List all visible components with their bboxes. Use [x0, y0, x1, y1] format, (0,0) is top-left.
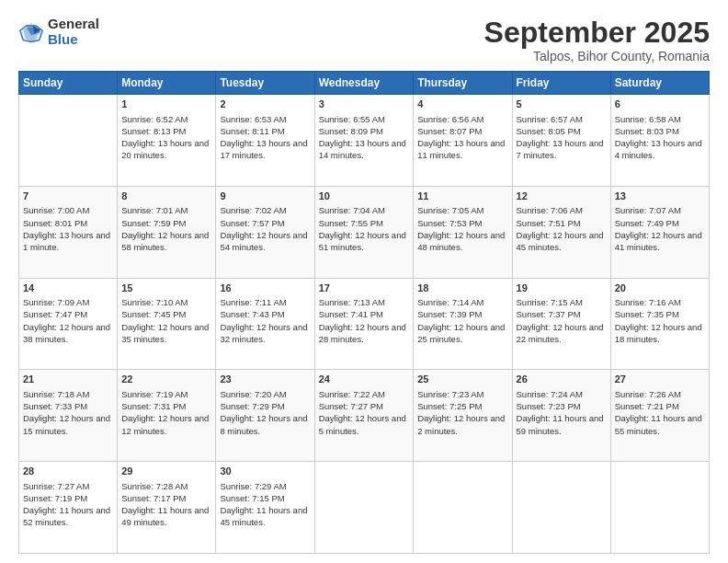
daylight-text: Daylight: 12 hours and 22 minutes.: [517, 321, 607, 346]
table-row: [512, 462, 610, 554]
sunrise-text: Sunrise: 7:09 AM: [23, 296, 113, 308]
day-number: 29: [121, 465, 211, 478]
sunset-text: Sunset: 7:35 PM: [615, 308, 705, 320]
sunset-text: Sunset: 7:39 PM: [417, 308, 507, 320]
sunrise-text: Sunrise: 7:23 AM: [417, 388, 507, 400]
day-number: 24: [319, 373, 410, 386]
daylight-text: Daylight: 13 hours and 20 minutes.: [121, 137, 211, 162]
table-row: 13Sunrise: 7:07 AMSunset: 7:49 PMDayligh…: [610, 186, 709, 278]
table-row: 30Sunrise: 7:29 AMSunset: 7:15 PMDayligh…: [216, 462, 314, 554]
day-number: 22: [121, 373, 211, 386]
sunrise-text: Sunrise: 7:04 AM: [319, 204, 410, 216]
sunrise-text: Sunrise: 6:56 AM: [417, 113, 507, 125]
sunrise-text: Sunrise: 7:16 AM: [615, 296, 705, 308]
daylight-text: Daylight: 12 hours and 25 minutes.: [417, 321, 507, 346]
daylight-text: Daylight: 11 hours and 45 minutes.: [220, 504, 310, 529]
sunrise-text: Sunrise: 7:01 AM: [121, 204, 211, 216]
col-sunday: Sunday: [19, 72, 118, 95]
daylight-text: Daylight: 12 hours and 45 minutes.: [517, 229, 607, 254]
daylight-text: Daylight: 12 hours and 18 minutes.: [615, 321, 705, 346]
day-number: 20: [615, 282, 705, 295]
daylight-text: Daylight: 11 hours and 49 minutes.: [121, 504, 211, 529]
daylight-text: Daylight: 13 hours and 7 minutes.: [517, 137, 607, 162]
sunrise-text: Sunrise: 7:13 AM: [319, 296, 410, 308]
day-number: 23: [220, 373, 310, 386]
table-row: 17Sunrise: 7:13 AMSunset: 7:41 PMDayligh…: [314, 278, 414, 370]
table-row: 6Sunrise: 6:58 AMSunset: 8:03 PMDaylight…: [610, 95, 709, 187]
table-row: 4Sunrise: 6:56 AMSunset: 8:07 PMDaylight…: [414, 95, 512, 187]
sunset-text: Sunset: 8:07 PM: [417, 125, 507, 137]
daylight-text: Daylight: 13 hours and 17 minutes.: [220, 137, 310, 162]
daylight-text: Daylight: 13 hours and 1 minute.: [23, 229, 113, 254]
day-number: 14: [23, 282, 113, 295]
daylight-text: Daylight: 12 hours and 41 minutes.: [615, 229, 705, 254]
daylight-text: Daylight: 13 hours and 11 minutes.: [417, 137, 507, 162]
day-number: 12: [517, 190, 607, 203]
table-row: 18Sunrise: 7:14 AMSunset: 7:39 PMDayligh…: [414, 278, 512, 370]
day-number: 6: [615, 98, 705, 111]
daylight-text: Daylight: 11 hours and 59 minutes.: [517, 412, 607, 437]
table-row: 26Sunrise: 7:24 AMSunset: 7:23 PMDayligh…: [512, 370, 610, 462]
day-number: 25: [417, 373, 507, 386]
sunrise-text: Sunrise: 7:10 AM: [121, 296, 211, 308]
table-row: 29Sunrise: 7:28 AMSunset: 7:17 PMDayligh…: [118, 462, 216, 554]
calendar-week-row: 7Sunrise: 7:00 AMSunset: 8:01 PMDaylight…: [19, 186, 710, 278]
sunset-text: Sunset: 7:47 PM: [23, 308, 113, 320]
daylight-text: Daylight: 12 hours and 28 minutes.: [319, 321, 410, 346]
title-block: September 2025 Talpos, Bihor County, Rom…: [484, 17, 710, 63]
table-row: [414, 462, 512, 554]
day-number: 10: [319, 190, 410, 203]
daylight-text: Daylight: 12 hours and 2 minutes.: [417, 412, 507, 437]
daylight-text: Daylight: 12 hours and 5 minutes.: [319, 412, 410, 437]
sunrise-text: Sunrise: 6:57 AM: [517, 113, 607, 125]
calendar-week-row: 14Sunrise: 7:09 AMSunset: 7:47 PMDayligh…: [19, 278, 710, 370]
daylight-text: Daylight: 12 hours and 54 minutes.: [220, 229, 310, 254]
sunset-text: Sunset: 7:43 PM: [220, 308, 310, 320]
col-wednesday: Wednesday: [314, 72, 414, 95]
sunset-text: Sunset: 7:53 PM: [417, 217, 507, 229]
sunrise-text: Sunrise: 7:26 AM: [615, 388, 705, 400]
day-number: 21: [23, 373, 113, 386]
sunset-text: Sunset: 7:55 PM: [319, 217, 410, 229]
table-row: 7Sunrise: 7:00 AMSunset: 8:01 PMDaylight…: [19, 186, 118, 278]
sunrise-text: Sunrise: 7:06 AM: [517, 204, 607, 216]
calendar-week-row: 21Sunrise: 7:18 AMSunset: 7:33 PMDayligh…: [19, 370, 710, 462]
sunset-text: Sunset: 8:11 PM: [220, 125, 310, 137]
day-number: 11: [417, 190, 507, 203]
sunrise-text: Sunrise: 7:20 AM: [220, 388, 310, 400]
daylight-text: Daylight: 12 hours and 38 minutes.: [23, 321, 113, 346]
sunset-text: Sunset: 7:23 PM: [517, 400, 607, 412]
col-friday: Friday: [512, 72, 610, 95]
sunset-text: Sunset: 7:21 PM: [615, 400, 705, 412]
sunrise-text: Sunrise: 7:00 AM: [23, 204, 113, 216]
logo-text: General Blue: [48, 17, 99, 47]
sunrise-text: Sunrise: 7:05 AM: [417, 204, 507, 216]
header: General Blue September 2025 Talpos, Biho…: [18, 17, 710, 63]
sunrise-text: Sunrise: 7:24 AM: [517, 388, 607, 400]
table-row: 14Sunrise: 7:09 AMSunset: 7:47 PMDayligh…: [19, 278, 118, 370]
sunset-text: Sunset: 7:37 PM: [517, 308, 607, 320]
table-row: 22Sunrise: 7:19 AMSunset: 7:31 PMDayligh…: [118, 370, 216, 462]
sunset-text: Sunset: 7:45 PM: [121, 308, 211, 320]
col-tuesday: Tuesday: [216, 72, 314, 95]
col-monday: Monday: [118, 72, 216, 95]
table-row: [19, 95, 118, 187]
day-number: 18: [417, 282, 507, 295]
calendar-header-row: Sunday Monday Tuesday Wednesday Thursday…: [19, 72, 710, 95]
table-row: 1Sunrise: 6:52 AMSunset: 8:13 PMDaylight…: [118, 95, 216, 187]
sunrise-text: Sunrise: 7:02 AM: [220, 204, 310, 216]
sunrise-text: Sunrise: 6:53 AM: [220, 113, 310, 125]
sunset-text: Sunset: 7:17 PM: [121, 492, 211, 504]
daylight-text: Daylight: 11 hours and 52 minutes.: [23, 504, 113, 529]
daylight-text: Daylight: 12 hours and 8 minutes.: [220, 412, 310, 437]
sunrise-text: Sunrise: 7:22 AM: [319, 388, 410, 400]
table-row: 12Sunrise: 7:06 AMSunset: 7:51 PMDayligh…: [512, 186, 610, 278]
calendar-week-row: 28Sunrise: 7:27 AMSunset: 7:19 PMDayligh…: [19, 462, 710, 554]
daylight-text: Daylight: 12 hours and 35 minutes.: [121, 321, 211, 346]
sunset-text: Sunset: 7:51 PM: [517, 217, 607, 229]
sunrise-text: Sunrise: 6:58 AM: [615, 113, 705, 125]
day-number: 15: [121, 282, 211, 295]
sunset-text: Sunset: 7:25 PM: [417, 400, 507, 412]
day-number: 1: [121, 98, 211, 111]
sunset-text: Sunset: 7:31 PM: [121, 400, 211, 412]
